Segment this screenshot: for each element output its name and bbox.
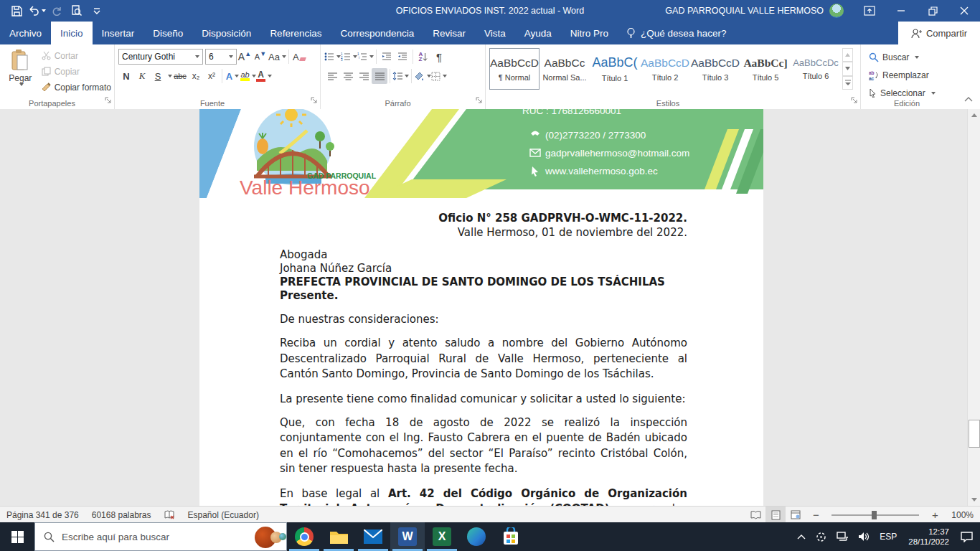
tray-network-icon[interactable] <box>832 522 852 551</box>
scroll-down-button[interactable] <box>968 494 980 506</box>
find-button[interactable]: Buscar <box>869 50 950 65</box>
font-dialog-launcher[interactable] <box>311 94 318 107</box>
start-button[interactable] <box>0 522 34 551</box>
zoom-slider[interactable] <box>831 514 919 516</box>
account-avatar[interactable] <box>829 4 844 18</box>
tab-referencias[interactable]: Referencias <box>260 22 331 44</box>
multilevel-list-button[interactable]: 1i <box>357 49 374 65</box>
copy-button[interactable]: Copiar <box>42 64 111 79</box>
taskbar-word[interactable]: W <box>390 522 425 551</box>
tell-me-box[interactable]: ¿Qué desea hacer? <box>618 22 735 44</box>
page-indicator[interactable]: Página 341 de 376 <box>0 507 85 523</box>
taskbar-mail[interactable] <box>356 522 390 551</box>
web-layout-button[interactable] <box>786 507 806 523</box>
tray-language[interactable]: ESP <box>875 522 901 551</box>
clipboard-dialog-launcher[interactable] <box>105 94 112 107</box>
paragraph-dialog-launcher[interactable] <box>476 94 483 107</box>
redo-button[interactable] <box>47 1 66 20</box>
undo-button[interactable] <box>27 1 46 20</box>
align-left-button[interactable] <box>324 68 340 84</box>
font-size-combo[interactable]: 6 <box>205 49 237 65</box>
underline-button[interactable]: S <box>150 68 166 84</box>
text-effects-button[interactable]: A <box>225 68 240 84</box>
tab-vista[interactable]: Vista <box>475 22 515 44</box>
action-center-button[interactable] <box>956 522 977 551</box>
justify-button[interactable] <box>372 68 387 84</box>
styles-dialog-launcher[interactable] <box>851 94 858 107</box>
read-mode-button[interactable] <box>745 507 765 523</box>
borders-button[interactable] <box>431 68 447 84</box>
language-status[interactable]: Español (Ecuador) <box>182 507 265 523</box>
bullets-button[interactable] <box>324 49 341 65</box>
select-button[interactable]: Seleccionar <box>869 85 950 100</box>
format-painter-button[interactable]: Copiar formato <box>42 80 111 95</box>
show-marks-button[interactable]: ¶ <box>431 49 447 65</box>
styles-scroll-up[interactable] <box>842 48 853 62</box>
tab-diseno[interactable]: Diseño <box>143 22 192 44</box>
tab-archivo[interactable]: Archivo <box>0 22 51 44</box>
shrink-font-button[interactable]: A▼ <box>253 49 268 65</box>
styles-gallery-more[interactable] <box>842 76 853 90</box>
tab-inicio[interactable]: Inicio <box>51 22 93 44</box>
tab-correspondencia[interactable]: Correspondencia <box>331 22 423 44</box>
style-normal[interactable]: AaBbCcD ¶ Normal <box>489 48 540 90</box>
change-case-button[interactable]: Aa <box>268 49 286 65</box>
tray-volume-icon[interactable] <box>854 522 874 551</box>
strikethrough-button[interactable]: abc <box>172 68 188 84</box>
vertical-scrollbar[interactable] <box>967 109 980 506</box>
zoom-in-button[interactable]: + <box>925 507 945 523</box>
tab-revisar[interactable]: Revisar <box>423 22 475 44</box>
taskbar-search-input[interactable]: Escribe aquí para buscar <box>34 522 287 551</box>
collapse-ribbon-button[interactable] <box>964 92 973 105</box>
word-count[interactable]: 60168 palabras <box>85 507 158 523</box>
superscript-button[interactable]: x² <box>204 68 220 84</box>
tray-clock[interactable]: 12:37 28/11/2022 <box>903 527 955 547</box>
zoom-level[interactable]: 100% <box>945 507 980 523</box>
scroll-up-button[interactable] <box>968 109 980 121</box>
document-text[interactable]: Oficio N° 258 GADPRVH-O-WMC-11-2022. Val… <box>280 211 687 506</box>
subscript-button[interactable]: x₂ <box>188 68 204 84</box>
decrease-indent-button[interactable] <box>379 49 395 65</box>
align-center-button[interactable] <box>340 68 356 84</box>
tab-nitro-pro[interactable]: Nitro Pro <box>561 22 618 44</box>
clear-formatting-button[interactable]: A <box>291 49 307 65</box>
scrollbar-thumb[interactable] <box>969 420 980 448</box>
bold-button[interactable]: N <box>118 68 134 84</box>
zoom-out-button[interactable]: − <box>806 507 826 523</box>
tab-insertar[interactable]: Insertar <box>93 22 144 44</box>
tab-disposicion[interactable]: Disposición <box>192 22 260 44</box>
taskbar-file-explorer[interactable] <box>321 522 356 551</box>
font-color-button[interactable]: A <box>256 68 272 84</box>
italic-button[interactable]: K <box>134 68 150 84</box>
tray-show-hidden-icons[interactable] <box>793 522 810 551</box>
ribbon-display-options-button[interactable] <box>854 0 885 22</box>
document-page[interactable]: GAD PARROQUIAL Valle Hermoso RUC : 17681… <box>199 109 763 506</box>
print-layout-button[interactable] <box>765 507 786 523</box>
shading-button[interactable] <box>414 68 431 84</box>
style-titulo-3[interactable]: AaBbCcD Título 3 <box>690 48 740 90</box>
tray-sync-icon[interactable] <box>811 522 831 551</box>
style-titulo-6[interactable]: AaBbCcDc Título 6 <box>791 48 841 90</box>
paste-dropdown[interactable] <box>19 83 24 86</box>
style-titulo-2[interactable]: AaBbCcD Título 2 <box>640 48 690 90</box>
style-titulo-5[interactable]: AaBbCc] Título 5 <box>740 48 791 90</box>
paste-button[interactable]: Pegar <box>4 48 37 96</box>
proofing-status[interactable] <box>158 507 182 523</box>
sort-button[interactable]: A Z <box>415 49 431 65</box>
taskbar-edge[interactable] <box>459 522 494 551</box>
restore-button[interactable] <box>917 0 948 22</box>
replace-button[interactable]: abac Reemplazar <box>869 67 950 83</box>
increase-indent-button[interactable] <box>395 49 410 65</box>
save-icon[interactable] <box>7 1 26 20</box>
zoom-slider-handle[interactable] <box>872 511 877 519</box>
line-spacing-button[interactable] <box>392 68 409 84</box>
numbering-button[interactable]: 123 <box>341 49 357 65</box>
minimize-button[interactable] <box>885 0 917 22</box>
account-name[interactable]: GAD PARROQUIAL VALLE HERMOSO <box>665 6 824 16</box>
grow-font-button[interactable]: A▲ <box>237 49 253 65</box>
styles-scroll-down[interactable] <box>842 62 853 75</box>
align-right-button[interactable] <box>356 68 372 84</box>
close-button[interactable] <box>948 0 980 22</box>
cut-button[interactable]: Cortar <box>42 48 111 63</box>
taskbar-chrome[interactable] <box>287 522 321 551</box>
